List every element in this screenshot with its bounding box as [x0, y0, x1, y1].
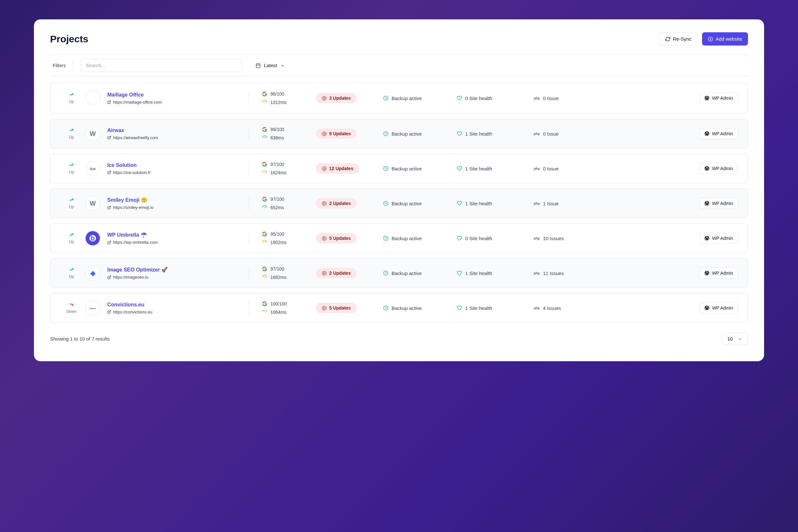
backup-col: Backup active [383, 131, 454, 136]
site-url[interactable]: https://maillage-office.com [107, 100, 246, 104]
wp-admin-button[interactable]: WP Admin [700, 93, 738, 103]
wp-admin-button[interactable]: WP Admin [700, 303, 738, 314]
gauge-icon [262, 205, 267, 210]
wp-admin-button[interactable]: WP Admin [700, 128, 738, 139]
updates-col: 5 Updates [316, 233, 381, 243]
metrics: 97/100 1682ms [249, 266, 313, 280]
svg-point-14 [323, 133, 325, 135]
avatar-wrap: ◈ [85, 266, 102, 281]
site-url[interactable]: https://imageseo.io [107, 275, 246, 280]
page-size-select[interactable]: 10 [722, 332, 748, 345]
backup-col: Backup active [383, 96, 454, 101]
wp-admin-button[interactable]: WP Admin [700, 233, 738, 244]
trend-up-icon [69, 128, 74, 132]
site-name[interactable]: Convictions.eu [107, 302, 246, 308]
site-avatar: W [85, 126, 100, 141]
site-name[interactable]: Airwax [107, 128, 246, 133]
pagespeed-score: 100/100 [262, 301, 313, 306]
backup-col: Backup active [383, 270, 454, 276]
target-icon [322, 96, 327, 101]
google-icon [262, 266, 267, 271]
site-url[interactable]: https://convictions.eu [107, 309, 246, 315]
external-link-icon [107, 206, 111, 209]
updates-pill[interactable]: 2 Updates [316, 268, 357, 278]
gauge-icon [262, 135, 267, 140]
latency: 1624ms [262, 170, 313, 175]
wp-admin-button[interactable]: WP Admin [700, 268, 738, 279]
site-name[interactable]: Smiley Emoji 🙂 [107, 197, 246, 203]
project-row[interactable]: Up Maillage Office https://maillage-offi… [50, 83, 748, 114]
sort-dropdown[interactable]: Latest [256, 63, 285, 68]
updates-pill[interactable]: 2 Updates [316, 198, 357, 209]
pagespeed-score: 96/100 [262, 91, 313, 96]
site-avatar: b [85, 231, 100, 246]
backup-col: Backup active [383, 201, 454, 206]
google-icon [262, 231, 267, 236]
site-info: Ice Solution https://ice-solution.fr [104, 163, 246, 175]
wordpress-icon [704, 96, 709, 101]
resync-label: Re-Sync [673, 36, 692, 42]
chevron-down-icon [738, 337, 742, 341]
sort-label: Latest [264, 63, 277, 68]
updates-pill[interactable]: 5 Updates [316, 233, 357, 243]
heart-icon [457, 201, 462, 206]
health-col: 1 Site health [457, 166, 531, 171]
svg-point-13 [322, 132, 326, 136]
wp-admin-button[interactable]: WP Admin [700, 198, 738, 209]
add-website-button[interactable]: Add website [702, 32, 748, 45]
site-info: Convictions.eu https://convictions.eu [104, 302, 246, 315]
heart-icon [457, 96, 462, 101]
svg-point-8 [322, 96, 326, 100]
metrics: 100/100 1064ms [249, 301, 313, 315]
health-col: 0 Site health [457, 236, 531, 241]
project-row[interactable]: Up b WP Umbrella ☂️ https://wp-umbrella.… [50, 223, 748, 253]
site-name[interactable]: Ice Solution [107, 163, 246, 168]
wp-admin-button[interactable]: WP Admin [700, 163, 738, 174]
target-icon [322, 131, 327, 136]
project-row[interactable]: Down — Convictions.eu https://conviction… [50, 293, 748, 323]
site-name[interactable]: Image SEO Optimizer 🚀 [107, 267, 246, 273]
clock-icon [383, 166, 388, 171]
trend-down-icon [69, 302, 74, 307]
toolbar: Filters Latest [50, 55, 748, 76]
svg-rect-3 [256, 63, 260, 68]
clock-icon [383, 131, 388, 136]
project-row[interactable]: Up W Smiley Emoji 🙂 https://smiley-emoji… [50, 189, 748, 218]
projects-card: Projects Re-Sync Add website Filters L [34, 19, 764, 361]
site-url[interactable]: https://wp-umbrella.com [107, 240, 246, 245]
updates-col: 2 Updates [316, 198, 381, 209]
svg-line-22 [265, 207, 266, 208]
filters-label[interactable]: Filters [50, 60, 73, 71]
clock-icon [383, 236, 388, 241]
svg-point-9 [323, 97, 325, 99]
google-icon [262, 162, 267, 167]
site-name[interactable]: Maillage Office [107, 92, 246, 98]
external-link-icon [107, 100, 111, 104]
google-icon [262, 91, 267, 96]
wordpress-icon [704, 270, 709, 276]
site-name[interactable]: WP Umbrella ☂️ [107, 232, 246, 238]
site-url[interactable]: https://airwaxfreefly.com [107, 135, 246, 140]
project-row[interactable]: Up ◈ Image SEO Optimizer 🚀 https://image… [50, 258, 748, 288]
project-row[interactable]: Up ice Ice Solution https://ice-solution… [50, 154, 748, 183]
updates-col: 3 Updates [316, 93, 381, 103]
resync-button[interactable]: Re-Sync [659, 32, 698, 45]
updates-pill[interactable]: 3 Updates [316, 93, 357, 103]
external-link-icon [107, 310, 111, 314]
updates-pill[interactable]: 12 Updates [316, 163, 359, 174]
issues-col: php 0 Issue [534, 131, 598, 136]
latency: 638ms [262, 135, 313, 140]
search-input[interactable] [80, 59, 242, 72]
avatar-wrap: W [85, 126, 102, 141]
site-url[interactable]: https://smiley-emoji.io [107, 205, 246, 210]
updates-pill[interactable]: 9 Updates [316, 129, 357, 139]
heart-icon [457, 166, 462, 171]
gauge-icon [262, 275, 267, 280]
project-rows: Up Maillage Office https://maillage-offi… [50, 83, 748, 323]
updates-pill[interactable]: 5 Updates [316, 303, 357, 313]
latency: 1064ms [262, 309, 313, 315]
project-row[interactable]: Up W Airwax https://airwaxfreefly.com 99… [50, 119, 748, 149]
svg-point-39 [323, 307, 325, 309]
backup-col: Backup active [383, 166, 454, 171]
site-url[interactable]: https://ice-solution.fr [107, 170, 246, 175]
